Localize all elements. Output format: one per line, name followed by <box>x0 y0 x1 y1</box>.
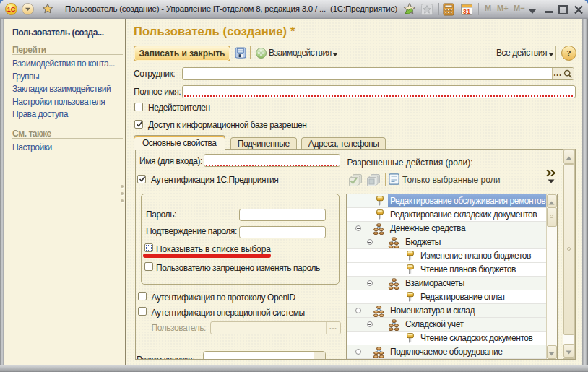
svg-text:31: 31 <box>463 7 471 15</box>
svg-text:1C: 1C <box>7 6 16 13</box>
